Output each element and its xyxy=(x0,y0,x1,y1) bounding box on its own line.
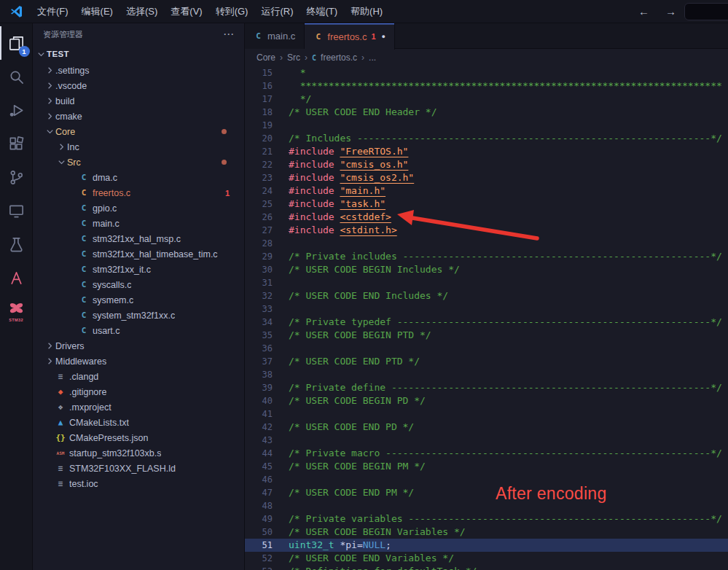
line-number[interactable]: 20 xyxy=(245,132,277,145)
tree-item-test.ioc[interactable]: ≡test.ioc xyxy=(33,476,244,491)
line-number[interactable]: 28 xyxy=(245,237,277,250)
line-number[interactable]: 47 xyxy=(245,486,277,499)
tree-item-syscalls.c[interactable]: Csyscalls.c xyxy=(33,277,244,292)
tree-item-gpio.c[interactable]: Cgpio.c xyxy=(33,200,244,216)
code-line-23[interactable]: 23#include "cmsis_os2.h" xyxy=(245,171,728,184)
nav-back-icon[interactable]: ← xyxy=(630,0,657,23)
tree-item-Middlewares[interactable]: Middlewares xyxy=(33,354,244,369)
tree-item-Src[interactable]: Src xyxy=(33,155,244,170)
more-actions-icon[interactable]: ⋯ xyxy=(223,28,234,41)
line-number[interactable]: 39 xyxy=(245,381,277,394)
code-line-33[interactable]: 33 xyxy=(245,302,728,316)
code-line-37[interactable]: 37/* USER CODE END PTD */ xyxy=(245,355,728,368)
tree-item-main.c[interactable]: Cmain.c xyxy=(33,216,244,231)
breadcrumb-item[interactable]: ... xyxy=(369,52,376,63)
tree-item-freertos.c[interactable]: Cfreertos.c1 xyxy=(33,185,244,200)
search-icon[interactable] xyxy=(0,60,33,93)
line-number[interactable]: 16 xyxy=(245,79,277,93)
tree-item-Inc[interactable]: Inc xyxy=(33,139,244,155)
tree-item-stm32f1xx_hal_timebase_tim.c[interactable]: Cstm32f1xx_hal_timebase_tim.c xyxy=(33,246,244,262)
code-line-17[interactable]: 17 */ xyxy=(245,93,728,106)
line-number[interactable]: 46 xyxy=(245,473,277,486)
code-area[interactable]: 15 *16 *********************************… xyxy=(245,66,728,570)
code-line-51[interactable]: 51uint32_t *pi=NULL; xyxy=(245,539,728,552)
menu-item-5[interactable]: 运行(R) xyxy=(254,0,300,23)
tree-item-.clangd[interactable]: ≡.clangd xyxy=(33,369,244,384)
code-line-53[interactable]: 53/* Definitions for defaultTask */ xyxy=(245,565,728,570)
line-number[interactable]: 15 xyxy=(245,66,277,79)
code-line-18[interactable]: 18/* USER CODE END Header */ xyxy=(245,106,728,119)
code-line-29[interactable]: 29/* Private includes ------------------… xyxy=(245,250,728,263)
tree-item-STM32F103XX_FLASH.ld[interactable]: ≡STM32F103XX_FLASH.ld xyxy=(33,461,244,476)
line-number[interactable]: 17 xyxy=(245,93,277,106)
code-line-45[interactable]: 45/* USER CODE BEGIN PM */ xyxy=(245,460,728,473)
st-debug-icon[interactable] xyxy=(0,261,33,294)
extensions-icon[interactable] xyxy=(0,127,33,160)
code-line-40[interactable]: 40/* USER CODE BEGIN PD */ xyxy=(245,394,728,407)
code-line-50[interactable]: 50/* USER CODE BEGIN Variables */ xyxy=(245,526,728,539)
menu-item-1[interactable]: 编辑(E) xyxy=(75,0,120,23)
breadcrumb-item[interactable]: freertos.c xyxy=(321,52,357,63)
nav-forward-icon[interactable]: → xyxy=(657,0,684,23)
line-number[interactable]: 25 xyxy=(245,198,277,211)
code-line-48[interactable]: 48 xyxy=(245,499,728,512)
line-number[interactable]: 36 xyxy=(245,342,277,355)
code-line-47[interactable]: 47/* USER CODE END PM */ xyxy=(245,486,728,499)
code-line-42[interactable]: 42/* USER CODE END PD */ xyxy=(245,421,728,434)
breadcrumb-item[interactable]: Src xyxy=(287,52,300,63)
line-number[interactable]: 24 xyxy=(245,184,277,198)
line-number[interactable]: 19 xyxy=(245,119,277,132)
run-debug-icon[interactable] xyxy=(0,93,33,127)
code-line-34[interactable]: 34/* Private typedef -------------------… xyxy=(245,316,728,329)
menu-item-3[interactable]: 查看(V) xyxy=(164,0,208,23)
menu-item-4[interactable]: 转到(G) xyxy=(209,0,255,23)
tree-item-usart.c[interactable]: Cusart.c xyxy=(33,323,244,338)
tree-item-CMakeLists.txt[interactable]: ▲CMakeLists.txt xyxy=(33,415,244,430)
code-line-43[interactable]: 43 xyxy=(245,434,728,447)
line-number[interactable]: 37 xyxy=(245,355,277,368)
code-line-36[interactable]: 36 xyxy=(245,342,728,355)
source-control-icon[interactable] xyxy=(0,160,33,194)
code-line-38[interactable]: 38 xyxy=(245,368,728,381)
tree-item-stm32f1xx_hal_msp.c[interactable]: Cstm32f1xx_hal_msp.c xyxy=(33,231,244,246)
tree-item-startup_stm32f103xb.s[interactable]: ASMstartup_stm32f103xb.s xyxy=(33,445,244,461)
line-number[interactable]: 27 xyxy=(245,224,277,237)
menu-item-7[interactable]: 帮助(H) xyxy=(344,0,389,23)
explorer-icon[interactable]: 1 xyxy=(0,26,33,60)
line-number[interactable]: 50 xyxy=(245,526,277,539)
line-number[interactable]: 52 xyxy=(245,552,277,565)
tree-item-Core[interactable]: Core xyxy=(33,124,244,139)
line-number[interactable]: 44 xyxy=(245,447,277,460)
stm32cube-icon[interactable]: STM32 xyxy=(0,294,33,328)
code-line-28[interactable]: 28 xyxy=(245,237,728,250)
line-number[interactable]: 53 xyxy=(245,565,277,570)
line-number[interactable]: 29 xyxy=(245,250,277,263)
line-number[interactable]: 41 xyxy=(245,407,277,421)
code-line-16[interactable]: 16 *************************************… xyxy=(245,79,728,93)
line-number[interactable]: 45 xyxy=(245,460,277,473)
line-number[interactable]: 26 xyxy=(245,211,277,224)
code-line-41[interactable]: 41 xyxy=(245,407,728,421)
breadcrumb-item[interactable]: Core xyxy=(257,52,275,63)
code-line-20[interactable]: 20/* Includes --------------------------… xyxy=(245,132,728,145)
line-number[interactable]: 49 xyxy=(245,512,277,526)
code-line-35[interactable]: 35/* USER CODE BEGIN PTD */ xyxy=(245,329,728,342)
line-number[interactable]: 32 xyxy=(245,289,277,302)
code-line-44[interactable]: 44/* Private macro ---------------------… xyxy=(245,447,728,460)
workspace-section-header[interactable]: TEST xyxy=(33,45,244,63)
code-line-30[interactable]: 30/* USER CODE BEGIN Includes */ xyxy=(245,263,728,276)
code-line-46[interactable]: 46 xyxy=(245,473,728,486)
remote-explorer-icon[interactable] xyxy=(0,194,33,227)
tab-freertos.c[interactable]: Cfreertos.c1● xyxy=(305,23,395,50)
code-line-49[interactable]: 49/* Private variables -----------------… xyxy=(245,512,728,526)
code-line-25[interactable]: 25#include "task.h" xyxy=(245,198,728,211)
line-number[interactable]: 22 xyxy=(245,158,277,171)
code-line-22[interactable]: 22#include "cmsis_os.h" xyxy=(245,158,728,171)
testing-icon[interactable] xyxy=(0,227,33,261)
tree-item-.mxproject[interactable]: ❖.mxproject xyxy=(33,399,244,415)
code-line-39[interactable]: 39/* Private define --------------------… xyxy=(245,381,728,394)
line-number[interactable]: 40 xyxy=(245,394,277,407)
tree-item-CMakePresets.json[interactable]: {}CMakePresets.json xyxy=(33,430,244,445)
tree-item-stm32f1xx_it.c[interactable]: Cstm32f1xx_it.c xyxy=(33,262,244,277)
line-number[interactable]: 33 xyxy=(245,302,277,316)
